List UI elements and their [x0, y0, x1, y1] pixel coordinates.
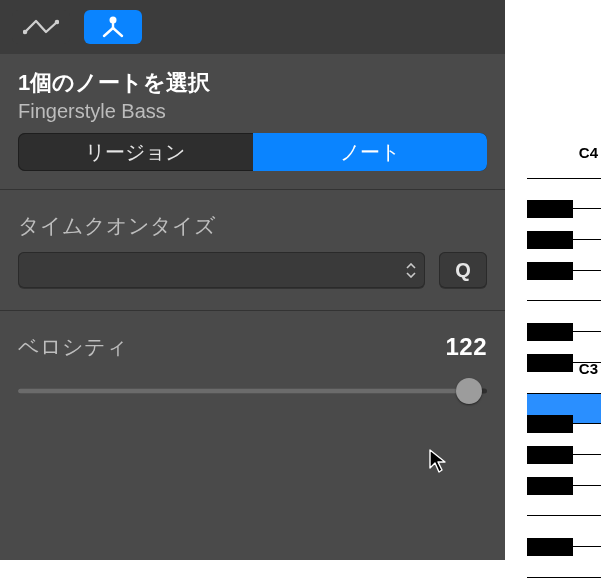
quantize-label: タイムクオンタイズ [18, 212, 487, 240]
slider-thumb[interactable] [456, 378, 482, 404]
stepper-icon [405, 258, 417, 282]
toolbar [0, 0, 505, 54]
quantize-popup[interactable] [18, 252, 425, 288]
tab-switcher-wrap: リージョン ノート [0, 129, 505, 189]
velocity-slider[interactable] [18, 381, 487, 401]
black-key[interactable] [527, 354, 573, 372]
black-key[interactable] [527, 477, 573, 495]
black-key[interactable] [527, 231, 573, 249]
svg-line-5 [113, 28, 122, 36]
piano-ruler: C4 C3 [505, 0, 601, 583]
track-name: Fingerstyle Bass [18, 100, 487, 123]
midi-tool-button[interactable] [84, 10, 142, 44]
selection-title: 1個のノートを選択 [18, 68, 487, 98]
tab-switcher: リージョン ノート [18, 133, 487, 171]
black-key[interactable] [527, 415, 573, 433]
velocity-header: ベロシティ 122 [18, 333, 487, 361]
automation-tool-button[interactable] [12, 10, 70, 44]
svg-line-4 [104, 28, 113, 36]
selection-info: 1個のノートを選択 Fingerstyle Bass [0, 54, 505, 129]
black-key[interactable] [527, 262, 573, 280]
quantize-apply-button[interactable]: Q [439, 252, 487, 288]
velocity-section: ベロシティ 122 [0, 310, 505, 431]
quantize-row: Q [18, 252, 487, 288]
black-key[interactable] [527, 323, 573, 341]
quantize-section: タイムクオンタイズ Q [0, 189, 505, 310]
black-key[interactable] [527, 200, 573, 218]
tab-notes[interactable]: ノート [253, 133, 488, 171]
velocity-value[interactable]: 122 [445, 333, 487, 361]
piano-keys[interactable] [527, 148, 601, 578]
velocity-label: ベロシティ [18, 333, 128, 361]
midi-filter-icon [100, 16, 126, 38]
black-key[interactable] [527, 538, 573, 556]
slider-fill [18, 389, 469, 394]
white-key[interactable] [527, 148, 601, 179]
automation-curve-icon [23, 18, 59, 36]
black-key[interactable] [527, 446, 573, 464]
inspector-panel: 1個のノートを選択 Fingerstyle Bass リージョン ノート タイム… [0, 0, 505, 560]
tab-region[interactable]: リージョン [18, 133, 253, 171]
